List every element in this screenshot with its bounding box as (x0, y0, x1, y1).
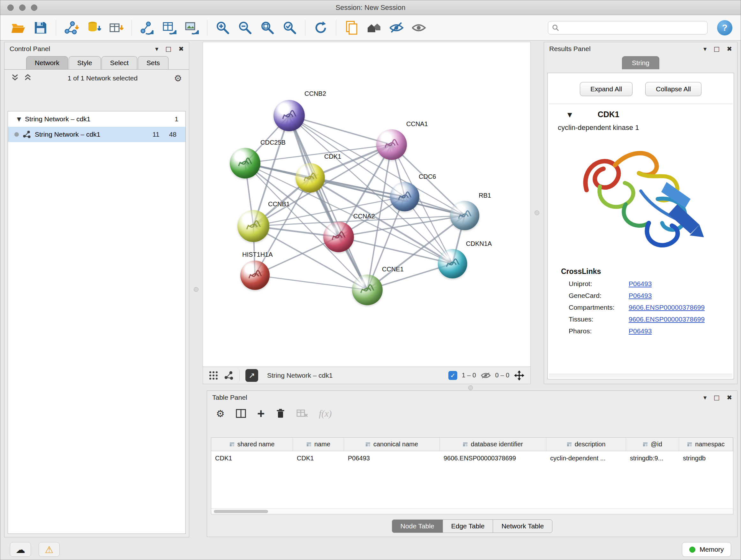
export-image-button[interactable] (182, 18, 201, 38)
show-columns-button[interactable] (235, 408, 246, 419)
network-node-CDC6[interactable] (390, 182, 419, 211)
tab-select[interactable]: Select (102, 56, 137, 69)
panel-close-button[interactable]: ✖ (179, 45, 184, 53)
table-row[interactable]: CDK1 CDK1 P06493 9606.ENSP00000378699 cy… (211, 451, 733, 466)
duplicate-document-button[interactable] (342, 18, 361, 38)
crosslink-link[interactable]: P06493 (629, 280, 734, 288)
network-node-CCNB2[interactable] (273, 100, 305, 131)
expand-all-networks-icon[interactable] (11, 74, 18, 83)
cloud-status-button[interactable]: ☁ (10, 542, 31, 557)
memory-button[interactable]: Memory (682, 542, 731, 557)
table-options-button[interactable]: ⚙ (216, 408, 225, 419)
network-edge[interactable] (289, 116, 367, 290)
network-options-gear[interactable]: ⚙ (174, 73, 182, 84)
network-share-view-button[interactable] (224, 371, 233, 380)
cell-database-identifier[interactable]: 9606.ENSP00000378699 (440, 451, 546, 466)
selected-checkbox-icon[interactable]: ✓ (448, 371, 457, 380)
delete-table-button[interactable] (296, 409, 308, 418)
network-node-RB1[interactable] (450, 201, 479, 230)
network-tree-root-row[interactable]: ▼ String Network – cdk1 1 (8, 111, 185, 127)
network-tree-child-row[interactable]: String Network – cdk1 11 48 (8, 127, 185, 142)
column-header[interactable]: description (546, 438, 626, 451)
tab-network[interactable]: Network (26, 56, 68, 69)
network-edge[interactable] (339, 237, 453, 264)
table-horizontal-scrollbar[interactable] (211, 508, 733, 514)
network-node-HIST1H1A[interactable] (240, 260, 270, 290)
panel-menu-button[interactable]: ▾ (155, 45, 158, 53)
tab-network-table[interactable]: Network Table (493, 519, 552, 533)
zoom-selected-button[interactable] (280, 18, 299, 38)
network-node-CCNA1[interactable] (376, 129, 407, 160)
network-node-CDK1[interactable] (295, 163, 325, 192)
network-node-CCNA2[interactable] (323, 222, 354, 252)
cell-id[interactable]: stringdb:9... (626, 451, 679, 466)
hide-details-button[interactable] (387, 18, 406, 38)
panel-menu-button[interactable]: ▾ (703, 45, 706, 53)
network-node-CDC25B[interactable] (230, 148, 260, 179)
expand-all-button[interactable]: Expand All (580, 82, 632, 96)
import-network-database-button[interactable] (84, 18, 104, 38)
pan-mode-button[interactable] (514, 370, 525, 381)
zoom-in-button[interactable] (213, 18, 232, 38)
right-splitter-handle[interactable] (535, 210, 539, 215)
panel-float-button[interactable]: □ (165, 45, 172, 53)
tab-sets[interactable]: Sets (138, 56, 169, 69)
apply-layout-button[interactable] (311, 18, 330, 38)
crosslink-link[interactable]: P06493 (629, 292, 734, 300)
tab-style[interactable]: Style (69, 56, 101, 69)
tab-node-table[interactable]: Node Table (392, 519, 443, 533)
create-column-button[interactable]: + (257, 409, 265, 418)
cell-description[interactable]: cyclin-dependent ... (546, 451, 626, 466)
panel-close-button[interactable]: ✖ (727, 45, 732, 53)
network-node-CCNB1[interactable] (238, 210, 269, 242)
tab-string[interactable]: String (622, 56, 659, 69)
panel-float-button[interactable]: □ (714, 45, 720, 53)
cell-shared-name[interactable]: CDK1 (211, 451, 293, 466)
export-table-button[interactable] (160, 18, 179, 38)
panel-float-button[interactable]: □ (714, 394, 720, 401)
window-close-button[interactable] (7, 4, 14, 11)
export-network-button[interactable] (138, 18, 157, 38)
home-panels-button[interactable] (364, 18, 384, 38)
bottom-splitter-handle[interactable] (468, 385, 473, 390)
delete-column-button[interactable] (275, 408, 286, 419)
show-details-button[interactable] (409, 18, 428, 38)
help-button[interactable]: ? (717, 20, 732, 36)
crosslink-link[interactable]: 9606.ENSP00000378699 (629, 315, 734, 323)
network-edge[interactable] (310, 178, 465, 215)
network-edge[interactable] (255, 275, 367, 290)
save-session-button[interactable] (31, 18, 50, 38)
cell-namespace[interactable]: stringdb (679, 451, 733, 466)
cell-canonical-name[interactable]: P06493 (344, 451, 440, 466)
scrollbar-thumb[interactable] (214, 510, 268, 513)
cell-name[interactable]: CDK1 (293, 451, 344, 466)
window-minimize-button[interactable] (19, 4, 25, 11)
left-splitter-handle[interactable] (194, 287, 199, 292)
results-horizontal-scrollbar[interactable] (549, 374, 732, 378)
column-header[interactable]: shared name (211, 438, 293, 451)
column-header[interactable]: database identifier (440, 438, 546, 451)
zoom-fit-button[interactable] (258, 18, 277, 38)
panel-menu-button[interactable]: ▾ (703, 394, 706, 401)
grid-view-button[interactable] (209, 371, 218, 380)
network-canvas[interactable]: CCNB2CCNA1CDC25BCDK1CDC6RB1CCNB1CCNA2CDK… (203, 42, 530, 367)
tree-expander-icon[interactable]: ▼ (17, 116, 21, 122)
warnings-button[interactable]: ⚠ (39, 542, 60, 557)
function-builder-button[interactable]: f(x) (319, 408, 332, 419)
open-session-button[interactable] (9, 18, 28, 38)
crosslink-link[interactable]: P06493 (629, 327, 734, 335)
collapse-all-button[interactable]: Collapse All (645, 82, 701, 96)
protein-section-expander-icon[interactable]: ▼ (567, 111, 572, 118)
tab-edge-table[interactable]: Edge Table (443, 519, 493, 533)
zoom-out-button[interactable] (235, 18, 255, 38)
crosslink-link[interactable]: 9606.ENSP00000378699 (629, 304, 734, 311)
panel-close-button[interactable]: ✖ (727, 394, 732, 401)
import-table-button[interactable] (107, 18, 126, 38)
column-header[interactable]: namespac (679, 438, 733, 451)
window-zoom-button[interactable] (31, 4, 37, 11)
network-node-CCNE1[interactable] (352, 274, 383, 305)
collapse-all-networks-icon[interactable] (24, 74, 31, 83)
detach-view-button[interactable]: ↗ (246, 369, 258, 382)
column-header[interactable]: @id (626, 438, 679, 451)
network-node-CDKN1A[interactable] (438, 249, 467, 278)
